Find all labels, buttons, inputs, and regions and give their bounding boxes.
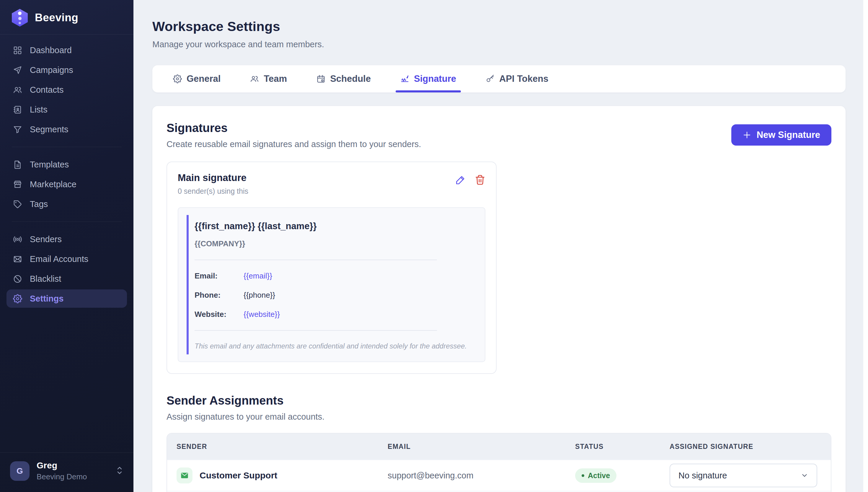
sidebar-item-label: Senders [30,235,62,244]
sidebar-item-label: Blacklist [30,274,61,284]
field-label: Website: [195,310,244,319]
envelope-icon [180,471,189,479]
sidebar-item-templates[interactable]: Templates [6,155,127,174]
column-header: ASSIGNED SIGNATURE [670,443,821,451]
brand-name: Beeving [35,11,78,24]
funnel-icon [13,125,22,134]
sidebar-item-label: Templates [30,160,69,170]
sender-assignments-table: SENDER EMAIL STATUS ASSIGNED SIGNATURE C… [167,433,832,492]
field-value: {{email}} [244,271,272,280]
sidebar-item-label: Dashboard [30,46,72,55]
ban-icon [13,274,22,284]
signature-usage: 0 sender(s) using this [178,187,248,196]
sidebar-nav: Dashboard Campaigns Contacts Lists Segme… [0,34,133,309]
sidebar-item-tags[interactable]: Tags [6,195,127,213]
calendar-icon [316,74,325,83]
address-book-icon [13,105,22,114]
sender-email: support@beeving.com [388,471,575,481]
divider [12,147,122,147]
field-label: Email: [195,271,244,280]
new-signature-label: New Signature [757,130,820,140]
field-value: {{website}} [244,310,280,319]
send-icon [13,66,22,75]
signature-full-name: {{first_name}} {{last_name}} [195,221,477,231]
delete-signature-button[interactable] [475,175,485,185]
table-header-row: SENDER EMAIL STATUS ASSIGNED SIGNATURE [167,434,831,460]
sidebar-item-campaigns[interactable]: Campaigns [6,61,127,79]
selected-option: No signature [679,471,727,481]
sidebar-item-label: Lists [30,105,48,115]
sidebar-item-blacklist[interactable]: Blacklist [6,270,127,288]
user-workspace: Beeving Demo [36,472,108,482]
tab-label: Signature [414,74,456,84]
signature-icon [400,74,409,83]
edit-signature-button[interactable] [455,175,466,185]
user-name: Greg [36,460,108,470]
gear-icon [13,294,22,303]
sender-name: Customer Support [200,470,277,481]
table-row: Customer Support support@beeving.com Act… [167,460,831,491]
sidebar-item-settings[interactable]: Settings [6,289,127,308]
status-dot-icon [582,474,584,477]
beeving-logo-icon [12,9,28,27]
signature-company: {{COMPANY}} [195,239,477,248]
tab-api-tokens[interactable]: API Tokens [486,65,548,93]
tab-team[interactable]: Team [250,65,287,93]
sidebar-item-lists[interactable]: Lists [6,100,127,119]
broadcast-icon [13,235,22,244]
tab-label: General [186,74,221,84]
chevron-up-down-icon [115,465,124,477]
assigned-signature-select[interactable]: No signature [670,464,817,487]
signature-disclaimer: This email and any attachments are confi… [195,342,477,350]
sidebar-item-label: Marketplace [30,179,76,189]
signature-field-row: Phone: {{phone}} [195,291,477,300]
brand: Beeving [0,0,133,34]
pencil-icon [455,175,466,185]
sidebar-item-segments[interactable]: Segments [6,120,127,139]
sidebar-item-email-accounts[interactable]: Email Accounts [6,250,127,268]
document-icon [13,160,22,169]
sidebar-item-senders[interactable]: Senders [6,230,127,248]
field-label: Phone: [195,291,244,300]
key-icon [486,74,494,83]
envelope-icon [13,254,22,264]
storefront-icon [13,180,22,189]
plus-icon [742,130,751,140]
sidebar-item-label: Contacts [30,85,63,95]
main-content: Workspace Settings Manage your workspace… [133,0,868,492]
user-menu[interactable]: G Greg Beeving Demo [0,452,133,492]
column-header: EMAIL [388,443,575,451]
sidebar-item-label: Campaigns [30,65,73,75]
page-title: Workspace Settings [152,19,846,34]
new-signature-button[interactable]: New Signature [731,124,832,146]
signature-preview: {{first_name}} {{last_name}} {{COMPANY}}… [178,207,485,362]
signature-name: Main signature [178,172,248,183]
chevron-down-icon [801,472,808,479]
sidebar-item-label: Segments [30,125,69,134]
sidebar-item-dashboard[interactable]: Dashboard [6,41,127,59]
divider [195,260,437,260]
tab-schedule[interactable]: Schedule [316,65,371,93]
status-badge: Active [575,468,616,483]
tab-signature[interactable]: Signature [400,65,456,93]
gear-icon [173,74,182,83]
page-subtitle: Manage your workspace and team members. [152,40,846,49]
sidebar-item-marketplace[interactable]: Marketplace [6,175,127,193]
sidebar-item-label: Tags [30,199,48,209]
assignments-title: Sender Assignments [167,394,832,407]
sender-avatar [177,467,193,484]
column-header: STATUS [575,443,670,451]
sidebar-item-contacts[interactable]: Contacts [6,81,127,99]
assignments-subtitle: Assign signatures to your email accounts… [167,412,832,422]
divider [12,221,122,222]
signature-card: Main signature 0 sender(s) using this {{… [167,162,496,374]
trash-icon [475,175,485,185]
tab-general[interactable]: General [173,65,221,93]
field-value: {{phone}} [244,291,275,300]
tag-icon [13,200,22,209]
sidebar-item-label: Email Accounts [30,254,88,264]
sidebar: Beeving Dashboard Campaigns Contacts Lis… [0,0,133,492]
settings-tabs: General Team Schedule Signature API Toke… [152,65,846,93]
users-icon [13,85,22,95]
scrollbar-track[interactable] [863,0,868,492]
